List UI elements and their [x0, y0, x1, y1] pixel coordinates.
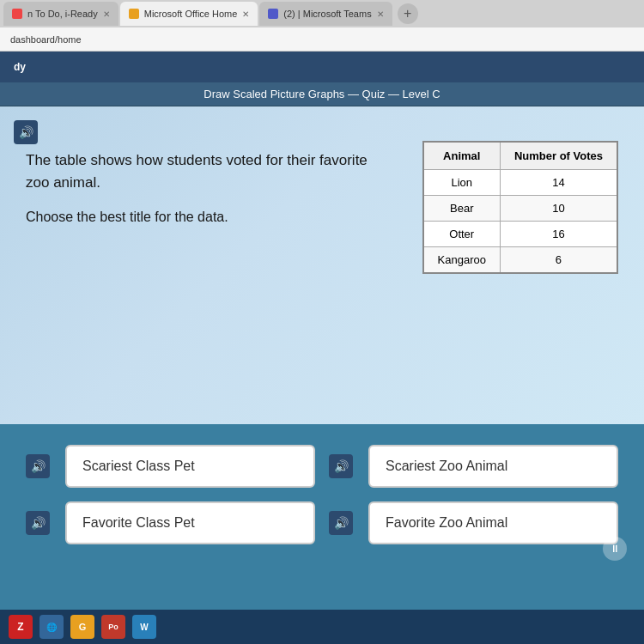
tab-iready-close[interactable]: ✕	[103, 9, 110, 19]
bottom-spacer: ⏸	[0, 565, 644, 617]
votes-lion: 14	[500, 170, 617, 196]
audio-icon-a4[interactable]: 🔊	[329, 511, 353, 535]
col-header-animal: Animal	[423, 142, 501, 170]
quiz-title: Draw Scaled Picture Graphs — Quiz — Leve…	[204, 88, 440, 100]
quiz-title-bar: Draw Scaled Picture Graphs — Quiz — Leve…	[0, 82, 644, 106]
table-row: Lion 14	[423, 170, 617, 196]
app-brand: dy	[14, 61, 26, 73]
tab-office-icon	[129, 9, 139, 19]
answers-section: 🔊 Scariest Class Pet 🔊 Scariest Zoo Anim…	[0, 424, 644, 565]
tab-teams-label: (2) | Microsoft Teams	[283, 9, 371, 19]
tab-office[interactable]: Microsoft Office Home ✕	[120, 2, 258, 26]
browser-chrome: n To Do, i-Ready ✕ Microsoft Office Home…	[0, 0, 644, 52]
audio-top: 🔊	[14, 120, 45, 144]
main-content: 🔊 The table shows how students voted for…	[0, 106, 644, 424]
answer-button-scariest-zoo-animal[interactable]: Scariest Zoo Animal	[368, 445, 618, 488]
table-container: Animal Number of Votes Lion 14 Bear 10 O…	[422, 124, 618, 274]
audio-icon-a3[interactable]: 🔊	[26, 511, 50, 535]
audio-icon-a1[interactable]: 🔊	[26, 454, 50, 478]
address-text: dashboard/home	[10, 34, 82, 45]
votes-kangaroo: 6	[500, 247, 617, 274]
question-text1: The table shows how students voted for t…	[26, 149, 388, 193]
answer-button-favorite-zoo-animal[interactable]: Favorite Zoo Animal	[368, 501, 618, 544]
table-row: Otter 16	[423, 222, 617, 247]
question-section: The table shows how students voted for t…	[26, 124, 388, 228]
table-row: Bear 10	[423, 196, 617, 222]
animal-kangaroo: Kangaroo	[423, 247, 501, 274]
tab-office-close[interactable]: ✕	[242, 9, 249, 19]
taskbar-icon-word[interactable]: W	[132, 615, 156, 639]
answer-option-3: 🔊 Favorite Class Pet	[26, 501, 315, 544]
tab-teams-icon	[268, 9, 278, 19]
taskbar: Z 🌐 G Po W	[0, 610, 644, 644]
tab-teams-close[interactable]: ✕	[377, 9, 384, 19]
answer-button-scariest-class-pet[interactable]: Scariest Class Pet	[65, 445, 315, 488]
taskbar-icon-chrome[interactable]: G	[70, 615, 94, 639]
taskbar-icon-powerpoint[interactable]: Po	[101, 615, 125, 639]
audio-icon-a2[interactable]: 🔊	[329, 454, 353, 478]
animal-lion: Lion	[423, 170, 501, 196]
table-row: Kangaroo 6	[423, 247, 617, 274]
animal-bear: Bear	[423, 196, 501, 222]
answer-option-1: 🔊 Scariest Class Pet	[26, 445, 315, 488]
tab-teams[interactable]: (2) | Microsoft Teams ✕	[259, 2, 392, 26]
pause-button[interactable]: ⏸	[603, 537, 627, 561]
taskbar-icon-browser[interactable]: 🌐	[39, 615, 64, 639]
tabs-bar: n To Do, i-Ready ✕ Microsoft Office Home…	[0, 0, 644, 27]
answer-option-4: 🔊 Favorite Zoo Animal	[329, 501, 618, 544]
col-header-votes: Number of Votes	[500, 142, 617, 170]
answer-option-2: 🔊 Scariest Zoo Animal	[329, 445, 618, 488]
tab-iready-icon	[12, 9, 22, 19]
votes-otter: 16	[500, 222, 617, 247]
app-header: dy	[0, 52, 644, 82]
address-bar[interactable]: dashboard/home	[0, 27, 644, 52]
tab-iready[interactable]: n To Do, i-Ready ✕	[3, 2, 118, 26]
question-text2: Choose the best title for the data.	[26, 207, 388, 228]
tab-iready-label: n To Do, i-Ready	[27, 9, 98, 19]
animal-otter: Otter	[423, 222, 501, 247]
votes-bear: 10	[500, 196, 617, 222]
audio-icon-main[interactable]: 🔊	[14, 120, 38, 144]
new-tab-button[interactable]: +	[398, 3, 418, 24]
data-table: Animal Number of Votes Lion 14 Bear 10 O…	[422, 141, 618, 274]
answer-button-favorite-class-pet[interactable]: Favorite Class Pet	[65, 501, 315, 544]
taskbar-icon-start[interactable]: Z	[9, 615, 33, 639]
tab-office-label: Microsoft Office Home	[144, 9, 238, 19]
